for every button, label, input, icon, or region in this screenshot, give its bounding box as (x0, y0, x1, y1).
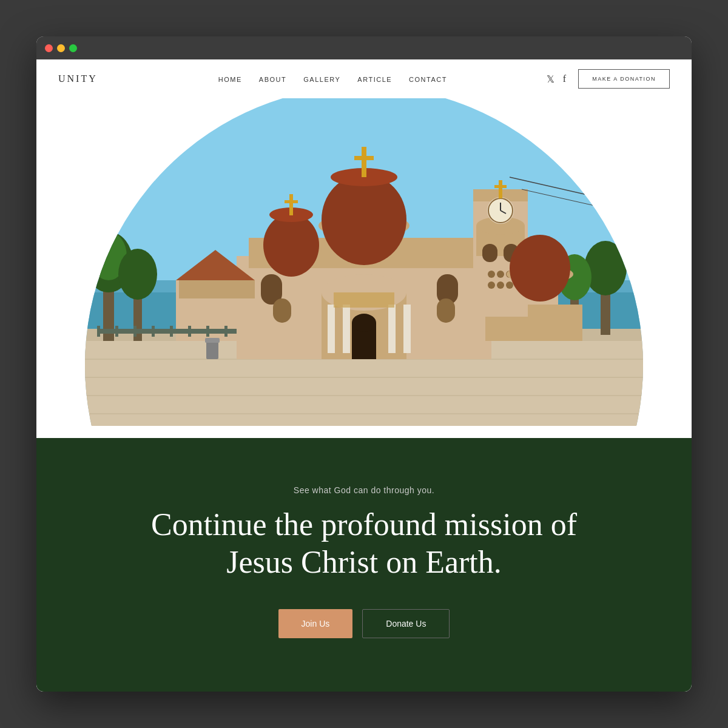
svg-point-31 (263, 214, 319, 277)
maximize-dot[interactable] (69, 44, 77, 52)
browser-window: UNITY HOME ABOUT GALLERY ARTICLE CONTACT… (36, 36, 692, 692)
svg-rect-73 (188, 326, 191, 337)
cta-buttons: Join Us Donate Us (278, 609, 450, 638)
svg-point-54 (510, 235, 570, 302)
nav-gallery[interactable]: GALLERY (303, 76, 340, 83)
svg-rect-79 (206, 341, 218, 359)
heading-line1: Continue the profound mission of (151, 507, 577, 542)
nav-home[interactable]: HOME (218, 76, 242, 83)
svg-rect-68 (97, 326, 100, 337)
navbar: UNITY HOME ABOUT GALLERY ARTICLE CONTACT… (36, 59, 692, 98)
svg-point-26 (322, 174, 406, 265)
hero-circle-mask (85, 98, 643, 438)
svg-rect-57 (328, 305, 335, 353)
close-dot[interactable] (45, 44, 53, 52)
svg-rect-60 (403, 305, 411, 353)
svg-rect-66 (437, 298, 455, 323)
svg-rect-74 (206, 326, 209, 337)
svg-rect-70 (133, 326, 136, 337)
svg-rect-69 (115, 326, 118, 337)
svg-rect-43 (499, 180, 502, 198)
svg-rect-44 (494, 185, 507, 188)
svg-rect-75 (224, 326, 228, 337)
nav-social: 𝕏 f (547, 73, 566, 85)
svg-rect-59 (388, 305, 396, 353)
svg-rect-22 (179, 280, 255, 298)
svg-point-48 (497, 271, 504, 278)
svg-rect-80 (205, 338, 220, 343)
svg-rect-34 (285, 200, 298, 203)
twitter-icon[interactable]: 𝕏 (547, 73, 554, 85)
svg-rect-71 (152, 326, 155, 337)
svg-point-47 (488, 271, 495, 278)
browser-content: UNITY HOME ABOUT GALLERY ARTICLE CONTACT… (36, 59, 692, 692)
browser-chrome (36, 36, 692, 59)
hero-image-container (36, 98, 692, 438)
svg-rect-28 (362, 147, 366, 177)
facebook-icon[interactable]: f (563, 73, 566, 84)
svg-point-50 (488, 281, 495, 289)
svg-rect-76 (334, 292, 394, 308)
nav-article[interactable]: ARTICLE (357, 76, 392, 83)
svg-rect-33 (289, 194, 293, 215)
hero-section: See what God can do through you. Continu… (36, 98, 692, 692)
site-logo[interactable]: UNITY (58, 73, 119, 84)
main-heading: Continue the profound mission of Jesus C… (151, 506, 577, 582)
svg-rect-45 (482, 244, 497, 262)
svg-rect-65 (273, 298, 291, 323)
join-us-button[interactable]: Join Us (278, 609, 353, 638)
minimize-dot[interactable] (57, 44, 65, 52)
make-donation-button[interactable]: MAKE A DONATION (578, 69, 670, 89)
heading-line2: Jesus Christ on Earth. (226, 545, 502, 579)
svg-point-51 (497, 281, 504, 289)
svg-point-62 (352, 314, 376, 332)
svg-point-52 (506, 281, 513, 289)
nav-links: HOME ABOUT GALLERY ARTICLE CONTACT (218, 73, 447, 84)
nav-about[interactable]: ABOUT (259, 76, 286, 83)
svg-rect-29 (354, 156, 374, 160)
dark-section: See what God can do through you. Continu… (36, 438, 692, 692)
svg-rect-72 (170, 326, 173, 337)
nav-contact[interactable]: CONTACT (409, 76, 447, 83)
donate-us-button[interactable]: Donate Us (362, 609, 450, 638)
svg-point-15 (584, 241, 627, 295)
tagline-text: See what God can do through you. (294, 485, 434, 495)
svg-rect-58 (343, 305, 350, 353)
church-illustration (85, 98, 643, 426)
svg-point-13 (118, 249, 157, 300)
